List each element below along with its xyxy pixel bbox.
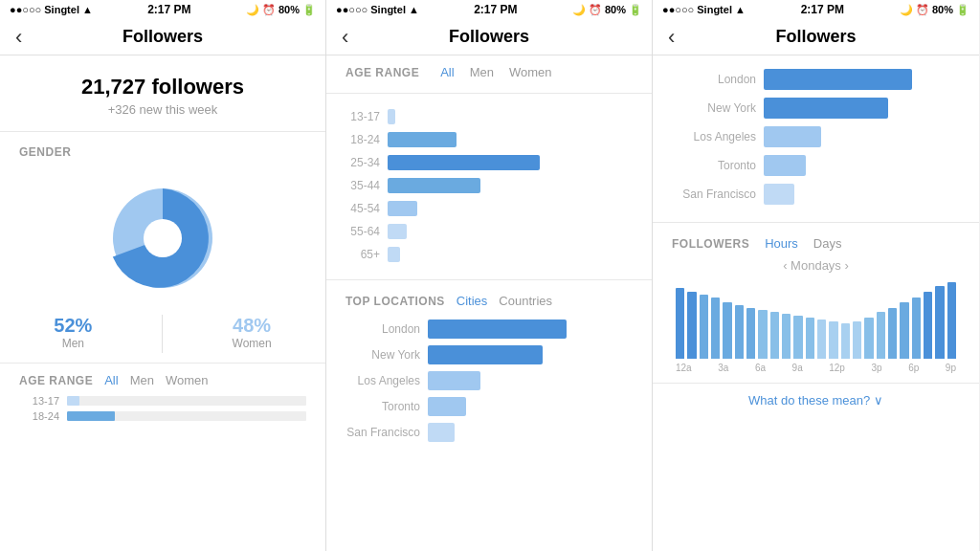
age-filter-men-1[interactable]: Men bbox=[130, 373, 154, 387]
followers-summary: 21,727 followers +326 new this week bbox=[0, 55, 325, 132]
hour-bar-1 bbox=[687, 292, 696, 359]
gender-divider bbox=[162, 315, 163, 353]
bf-4554 bbox=[388, 201, 417, 216]
hour-bar-0 bbox=[676, 288, 684, 359]
hour-bar-18 bbox=[888, 308, 897, 359]
hl-9p: 9p bbox=[946, 363, 956, 373]
back-button-2[interactable]: ‹ bbox=[342, 25, 348, 50]
city-name-newyork-2: New York bbox=[345, 348, 420, 362]
city-bar-toronto-3 bbox=[764, 155, 806, 176]
city-toronto-2: Toronto bbox=[345, 397, 633, 416]
city-newyork-3: New York bbox=[672, 98, 960, 119]
city-name-toronto-3: Toronto bbox=[672, 159, 756, 172]
mondays-nav: ‹ Mondays › bbox=[672, 258, 960, 273]
women-label: Women bbox=[233, 337, 272, 350]
top-loc-label: TOP LOCATIONS bbox=[345, 295, 445, 308]
page-title-2: Followers bbox=[449, 27, 529, 47]
age-filter-all-1[interactable]: All bbox=[104, 373, 118, 387]
city-bar-london-2 bbox=[428, 320, 567, 339]
city-bar-sf-2 bbox=[428, 423, 455, 442]
prev-day-icon[interactable]: ‹ bbox=[783, 258, 791, 273]
bar-track-1824 bbox=[67, 411, 306, 421]
age-range-header-1: AGE RANGE All Men Women bbox=[19, 373, 306, 387]
hl-3a: 3a bbox=[718, 363, 728, 373]
followers-new: +326 new this week bbox=[0, 102, 325, 117]
status-bar-1: ●●○○○ Singtel ▲ 2:17 PM 🌙 ⏰ 80% 🔋 bbox=[0, 0, 325, 19]
age-range-section-1: AGE RANGE All Men Women 13-17 18-24 bbox=[0, 364, 325, 422]
status-bar-3: ●●○○○ Singtel ▲ 2:17 PM 🌙 ⏰ 80% 🔋 bbox=[653, 0, 979, 19]
gender-stats: 52% Men 48% Women bbox=[19, 315, 306, 353]
tab-all-2[interactable]: All bbox=[440, 65, 454, 79]
hour-bar-23 bbox=[947, 282, 956, 359]
city-london-2: London bbox=[345, 320, 633, 339]
panel1-content: 21,727 followers +326 new this week GEND… bbox=[0, 55, 325, 551]
what-link[interactable]: What do these mean? ∨ bbox=[653, 383, 979, 417]
battery-3: 🌙 ⏰ 80% 🔋 bbox=[900, 4, 969, 16]
hl-12p: 12p bbox=[829, 363, 845, 373]
bf-3544 bbox=[388, 178, 480, 193]
tab-men-2[interactable]: Men bbox=[470, 65, 494, 79]
what-link-text[interactable]: What do these mean? ∨ bbox=[748, 393, 883, 408]
city-name-london-2: London bbox=[345, 322, 420, 336]
bt-4554 bbox=[388, 201, 633, 216]
city-sf-3: San Francisco bbox=[672, 184, 960, 205]
tab-cities-2[interactable]: Cities bbox=[457, 294, 488, 308]
nav-bar-3: ‹ Followers bbox=[653, 19, 979, 55]
svg-point-1 bbox=[144, 219, 182, 257]
bf-5564 bbox=[388, 224, 407, 239]
status-bar-2: ●●○○○ Singtel ▲ 2:17 PM 🌙 ⏰ 80% 🔋 bbox=[326, 0, 652, 19]
city-name-newyork-3: New York bbox=[672, 101, 756, 115]
city-name-la-3: Los Angeles bbox=[672, 130, 756, 143]
hour-bar-17 bbox=[877, 312, 885, 359]
nav-bar-2: ‹ Followers bbox=[326, 19, 652, 55]
hour-bar-8 bbox=[770, 312, 779, 359]
mini-bar-row-1824: 18-24 bbox=[29, 410, 306, 422]
hour-bar-19 bbox=[900, 302, 908, 359]
hl-9a: 9a bbox=[792, 363, 803, 373]
mini-bars-1: 13-17 18-24 bbox=[19, 395, 306, 422]
bar-5564: 55-64 bbox=[345, 224, 633, 239]
bar-3544: 35-44 bbox=[345, 178, 633, 193]
bt-1317 bbox=[388, 109, 633, 124]
city-bar-sf-3 bbox=[764, 184, 794, 205]
hour-bar-16 bbox=[864, 318, 873, 359]
followers-activity: FOLLOWERS Hours Days ‹ Mondays › 12a 3a … bbox=[653, 223, 979, 383]
next-day-icon[interactable]: › bbox=[844, 258, 848, 273]
bf-1317 bbox=[388, 109, 395, 124]
city-name-toronto-2: Toronto bbox=[345, 400, 420, 413]
bar-fill-1824 bbox=[67, 411, 115, 421]
bar-label-1824: 18-24 bbox=[29, 410, 59, 422]
age-filter-women-1[interactable]: Women bbox=[166, 373, 209, 387]
hour-bar-4 bbox=[723, 302, 731, 359]
carrier-2: ●●○○○ Singtel ▲ bbox=[336, 4, 419, 15]
time-2: 2:17 PM bbox=[474, 3, 517, 16]
tab-days-3[interactable]: Days bbox=[813, 236, 842, 251]
nav-bar-1: ‹ Followers bbox=[0, 19, 325, 55]
men-label: Men bbox=[62, 337, 84, 350]
battery-2: 🌙 ⏰ 80% 🔋 bbox=[572, 4, 642, 16]
panel-1: ●●○○○ Singtel ▲ 2:17 PM 🌙 ⏰ 80% 🔋 ‹ Foll… bbox=[0, 0, 326, 551]
bt-3544 bbox=[388, 178, 633, 193]
hl-6p: 6p bbox=[908, 363, 919, 373]
women-pct: 48% bbox=[233, 315, 271, 337]
hour-bar-10 bbox=[793, 316, 802, 359]
bar-65p: 65+ bbox=[345, 247, 633, 262]
followers-count: 21,727 followers bbox=[0, 75, 325, 99]
page-title-1: Followers bbox=[122, 27, 203, 47]
city-london-3: London bbox=[672, 69, 960, 90]
bl-1317: 13-17 bbox=[345, 110, 380, 123]
back-button-3[interactable]: ‹ bbox=[668, 25, 675, 50]
carrier-1: ●●○○○ Singtel ▲ bbox=[10, 4, 93, 15]
back-button-1[interactable]: ‹ bbox=[15, 25, 22, 50]
bl-3544: 35-44 bbox=[345, 179, 380, 192]
bl-65p: 65+ bbox=[345, 248, 380, 261]
bar-1824: 18-24 bbox=[345, 132, 633, 147]
tab-women-2[interactable]: Women bbox=[509, 65, 552, 79]
hour-bar-20 bbox=[912, 298, 921, 359]
city-bar-la-2 bbox=[428, 371, 480, 390]
city-la-2: Los Angeles bbox=[345, 371, 633, 390]
tab-hours-3[interactable]: Hours bbox=[765, 236, 798, 251]
tab-countries-2[interactable]: Countries bbox=[499, 294, 552, 308]
hour-bar-6 bbox=[746, 308, 755, 359]
bar-4554: 45-54 bbox=[345, 201, 633, 216]
